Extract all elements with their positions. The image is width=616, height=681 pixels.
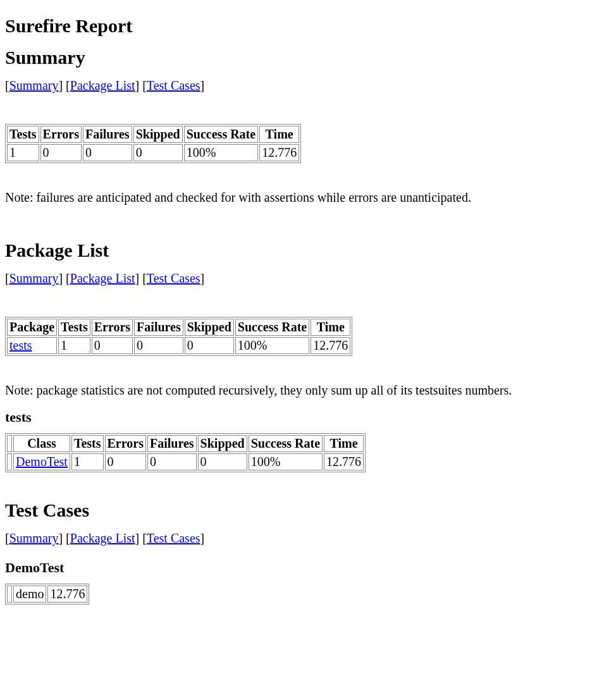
cell-tests: 1 — [7, 144, 39, 161]
table-row: 1 0 0 0 100% 12.776 — [7, 144, 299, 161]
col-package: Package — [7, 319, 57, 336]
cell-skipped: 0 — [185, 337, 234, 354]
package-list-table: Package Tests Errors Failures Skipped Su… — [5, 317, 352, 356]
cell-skipped: 0 — [198, 453, 247, 470]
cell-errors: 0 — [92, 337, 133, 354]
class-table: Class Tests Errors Failures Skipped Succ… — [5, 433, 366, 472]
col-success-rate: Success Rate — [235, 319, 309, 336]
section-heading-test-cases: Test Cases — [5, 500, 611, 521]
cell-time: 12.776 — [324, 453, 364, 470]
cell-time: 12.776 — [259, 144, 299, 161]
section-heading-summary: Summary — [5, 47, 611, 68]
cell-tests: 1 — [71, 453, 104, 470]
package-sub-heading: tests — [5, 409, 611, 426]
cell-name: demo — [13, 586, 46, 603]
col-failures: Failures — [147, 435, 197, 452]
col-tests: Tests — [7, 126, 39, 143]
nav-link-package-list[interactable]: Package List — [70, 271, 135, 285]
col-failures: Failures — [83, 126, 132, 143]
table-header-row: Tests Errors Failures Skipped Success Ra… — [7, 126, 299, 143]
nav-link-summary[interactable]: Summary — [9, 271, 59, 285]
summary-note: Note: failures are anticipated and check… — [5, 190, 611, 205]
table-header-row: Package Tests Errors Failures Skipped Su… — [7, 319, 350, 336]
col-time: Time — [324, 435, 364, 452]
cell-time: 12.776 — [311, 337, 350, 354]
cell-success-rate: 100% — [249, 453, 323, 470]
nav-links: [Summary] [Package List] [Test Cases] — [5, 78, 611, 93]
col-tests: Tests — [58, 319, 90, 336]
cell-class: DemoTest — [13, 453, 70, 470]
col-errors: Errors — [40, 126, 82, 143]
col-errors: Errors — [92, 319, 133, 336]
cell-blank — [7, 586, 12, 603]
nav-link-package-list[interactable]: Package List — [70, 531, 135, 545]
cell-errors: 0 — [40, 144, 82, 161]
col-success-rate: Success Rate — [249, 435, 323, 452]
cell-time: 12.776 — [47, 586, 87, 603]
table-row: tests 1 0 0 0 100% 12.776 — [7, 337, 350, 354]
col-time: Time — [311, 319, 350, 336]
cell-success-rate: 100% — [184, 144, 258, 161]
cell-package: tests — [7, 337, 57, 354]
nav-link-test-cases[interactable]: Test Cases — [147, 271, 200, 285]
page-title: Surefire Report — [5, 15, 611, 37]
col-skipped: Skipped — [133, 126, 183, 143]
package-link-tests[interactable]: tests — [9, 338, 32, 352]
cell-failures: 0 — [147, 453, 197, 470]
cell-failures: 0 — [83, 144, 132, 161]
nav-link-test-cases[interactable]: Test Cases — [147, 531, 200, 545]
cell-errors: 0 — [105, 453, 146, 470]
nav-link-test-cases[interactable]: Test Cases — [147, 78, 200, 92]
nav-link-package-list[interactable]: Package List — [70, 78, 135, 92]
package-list-note: Note: package statistics are not compute… — [5, 383, 611, 398]
test-cases-sub-heading: DemoTest — [5, 560, 611, 576]
col-failures: Failures — [134, 319, 183, 336]
summary-table: Tests Errors Failures Skipped Success Ra… — [5, 124, 301, 163]
nav-link-summary[interactable]: Summary — [9, 78, 59, 92]
table-row: DemoTest 1 0 0 0 100% 12.776 — [7, 453, 364, 470]
cell-skipped: 0 — [133, 144, 183, 161]
class-link-demotest[interactable]: DemoTest — [16, 455, 68, 469]
col-time: Time — [259, 126, 299, 143]
table-row: demo 12.776 — [7, 586, 87, 603]
col-class: Class — [13, 435, 70, 452]
section-heading-package-list: Package List — [5, 240, 611, 261]
test-cases-table: demo 12.776 — [5, 584, 89, 604]
nav-link-summary[interactable]: Summary — [9, 531, 59, 545]
cell-failures: 0 — [134, 337, 183, 354]
cell-blank — [7, 453, 12, 470]
nav-links: [Summary] [Package List] [Test Cases] — [5, 531, 611, 546]
col-skipped: Skipped — [198, 435, 247, 452]
cell-success-rate: 100% — [235, 337, 309, 354]
col-skipped: Skipped — [185, 319, 234, 336]
col-errors: Errors — [105, 435, 146, 452]
col-success-rate: Success Rate — [184, 126, 258, 143]
col-tests: Tests — [71, 435, 104, 452]
cell-tests: 1 — [58, 337, 90, 354]
table-header-row: Class Tests Errors Failures Skipped Succ… — [7, 435, 364, 452]
nav-links: [Summary] [Package List] [Test Cases] — [5, 271, 611, 286]
col-blank — [7, 435, 12, 452]
